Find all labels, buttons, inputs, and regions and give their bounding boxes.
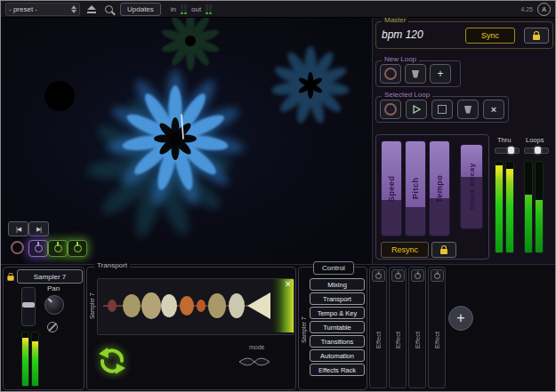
black-disk — [44, 81, 75, 111]
control-button-mixing[interactable]: Mixing — [310, 278, 365, 291]
transport-panel: Transport Sampler 7 — [86, 267, 296, 390]
effect-slot-4[interactable]: Effect — [428, 267, 446, 388]
control-button-transport[interactable]: Transport — [310, 292, 365, 305]
master-panel-area: Master bpm 120 Sync New Loop + Selected … — [372, 18, 556, 264]
mute-button[interactable] — [45, 320, 60, 334]
bin-icon — [463, 106, 472, 114]
resync-button[interactable]: Resync — [381, 242, 429, 258]
thru-level-slider[interactable] — [495, 148, 520, 154]
effect-power-button[interactable] — [411, 269, 424, 282]
loop-canvas[interactable]: |◀ ▶| — [1, 18, 372, 264]
selected-loop-play-button[interactable] — [406, 100, 427, 119]
control-button-turntable[interactable]: Turntable — [310, 321, 365, 333]
power-icon — [54, 244, 62, 252]
search-button[interactable] — [102, 4, 116, 15]
add-effect-button[interactable]: + — [448, 306, 473, 331]
sampler-title[interactable]: Sampler 7 — [17, 269, 83, 284]
bpm-display[interactable]: bpm 120 — [382, 28, 423, 41]
canvas-record-button[interactable] — [8, 240, 26, 255]
automation-badge[interactable]: A — [537, 3, 551, 16]
waveform-close-button[interactable]: × — [286, 278, 291, 289]
selected-loop-close-button[interactable]: × — [483, 100, 504, 119]
master-lock-button[interactable] — [524, 28, 549, 44]
new-loop-section: New Loop + — [375, 60, 461, 87]
search-icon — [105, 5, 113, 13]
circular-arrows-icon — [97, 346, 127, 376]
control-button-transitions[interactable]: Transitions — [310, 335, 365, 348]
stepper-up-icon[interactable] — [71, 5, 77, 9]
control-track-label: Sampler 7 — [300, 294, 308, 365]
track-detail-area: Sampler 7 Pan Transport Sampler 7 — [1, 264, 555, 392]
sampler-strip: Sampler 7 Pan — [3, 267, 85, 390]
eject-icon — [87, 5, 96, 10]
speed-slider[interactable]: Speed — [381, 140, 402, 236]
sync-button[interactable]: Sync — [465, 28, 515, 44]
sampler-meter-left — [21, 332, 29, 387]
effect-power-button[interactable] — [431, 269, 444, 282]
sliders-lock-button[interactable] — [431, 242, 456, 258]
preset-stepper[interactable] — [71, 5, 77, 13]
preset-label: - preset - — [9, 5, 37, 13]
control-button-automation[interactable]: Automation — [310, 349, 365, 362]
selected-loop-stop-button[interactable] — [431, 100, 453, 119]
play-icon — [412, 105, 421, 114]
effect-slot-1[interactable]: Effect — [369, 267, 387, 388]
control-panel-label: Control — [313, 261, 354, 275]
effect-slot-2[interactable]: Effect — [389, 267, 407, 388]
lens-icon — [238, 353, 271, 371]
updates-button[interactable]: Updates — [120, 3, 161, 16]
new-loop-discard-button[interactable] — [405, 64, 426, 84]
skip-to-end-button[interactable]: ▶| — [28, 221, 49, 236]
control-button-effects-rack[interactable]: Effects Rack — [310, 364, 365, 376]
selected-loop-section: Selected Loop × — [375, 96, 509, 123]
effect-slot-label: Effect — [409, 298, 425, 382]
loops-meter-right — [535, 161, 544, 253]
bin-icon — [411, 70, 420, 78]
record-icon — [384, 68, 397, 80]
loop-power-button-green-1[interactable] — [48, 240, 68, 257]
tempo-slider[interactable]: Tempo — [429, 140, 450, 236]
effect-slot-label: Effect — [429, 298, 445, 382]
transport-panel-label: Transport — [94, 262, 130, 269]
input-label: in — [171, 5, 176, 13]
skip-to-start-button[interactable]: |◀ — [8, 221, 28, 236]
flower-visualization — [1, 18, 372, 264]
output-label: out — [191, 5, 201, 13]
preset-dropdown[interactable]: - preset - — [5, 3, 80, 16]
pitch-slider[interactable]: Pitch — [405, 140, 426, 236]
mixer-sliders-section: Speed Pitch Tempo Stack Decay Resync — [375, 134, 489, 260]
new-loop-record-button[interactable] — [380, 64, 401, 84]
pitch-slider-label: Pitch — [406, 141, 425, 236]
sampler-volume-slider[interactable] — [21, 287, 36, 326]
record-icon — [11, 241, 24, 254]
loop-power-button-purple[interactable] — [28, 240, 48, 257]
output-meters-section: Thru Loops — [492, 134, 554, 260]
mute-icon — [47, 322, 58, 332]
stepper-down-icon[interactable] — [71, 10, 77, 13]
loop-sync-button[interactable] — [95, 344, 129, 378]
selected-loop-discard-button[interactable] — [457, 100, 479, 119]
lock-icon[interactable] — [7, 276, 13, 280]
slider-handle[interactable] — [22, 302, 35, 308]
loop-power-button-green-2[interactable] — [68, 240, 87, 257]
thru-meter-right — [505, 161, 514, 253]
mode-button[interactable] — [237, 352, 272, 372]
power-icon — [74, 244, 82, 252]
stack-decay-slider[interactable]: Stack Decay — [460, 144, 483, 229]
effect-slot-label: Effect — [370, 298, 386, 382]
effect-power-button[interactable] — [391, 269, 405, 282]
stop-icon — [438, 105, 447, 114]
tempo-slider-label: Tempo — [430, 141, 449, 236]
power-icon — [35, 244, 43, 252]
control-button-tempo-key[interactable]: Tempo & Key — [310, 307, 365, 319]
eject-button[interactable] — [85, 4, 98, 15]
loops-label: Loops — [526, 136, 544, 144]
waveform-display[interactable]: × — [97, 278, 294, 335]
effect-slot-3[interactable]: Effect — [408, 267, 426, 388]
loops-level-slider[interactable] — [524, 148, 549, 154]
pan-knob[interactable] — [44, 295, 64, 315]
effect-power-button[interactable] — [372, 269, 385, 282]
mode-label: mode — [249, 344, 265, 350]
selected-loop-record-button[interactable] — [380, 100, 401, 119]
new-loop-add-button[interactable]: + — [430, 64, 451, 84]
